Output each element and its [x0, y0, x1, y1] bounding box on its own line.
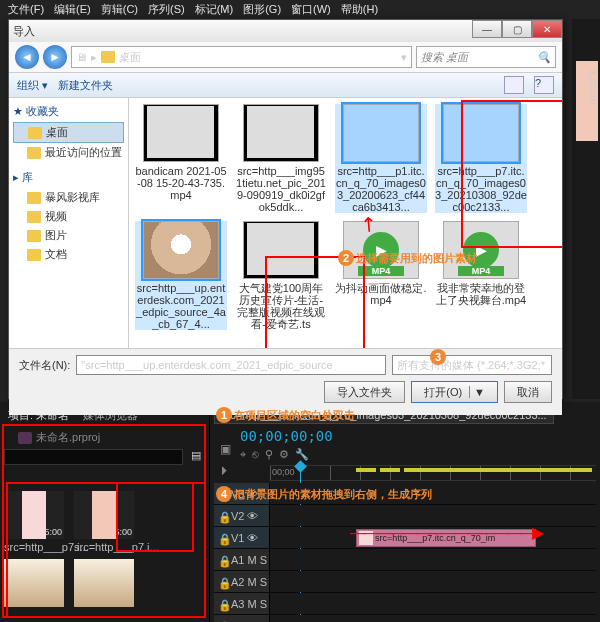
folder-icon: [27, 192, 41, 204]
file-item[interactable]: src=http___img951tietu.net_pic_2019-0909…: [235, 104, 327, 213]
audio-track[interactable]: 🔒A1MS: [214, 549, 596, 571]
dialog-toolbar: 组织 ▾ 新建文件夹 ?: [9, 72, 562, 98]
file-label: src=http___img951tietu.net_pic_2019-0909…: [235, 165, 327, 213]
import-folder-button[interactable]: 导入文件夹: [324, 381, 405, 403]
bin-item[interactable]: [4, 559, 68, 609]
bottom-panels: 项目: 未命名 媒体浏览器 未命名.prproj ▤ 5:00src=http_…: [0, 402, 600, 622]
audio-track[interactable]: 🔒A4MS: [214, 615, 596, 622]
import-dialog: 导入 — ▢ ✕ ◄ ► 🖥 ▸ 桌面 ▾ 搜索 桌面 🔍 组织 ▾ 新建文件夹…: [8, 19, 563, 399]
track-body[interactable]: [270, 571, 596, 592]
file-item[interactable]: ▶MP4我非常荣幸地的登上了央视舞台.mp4: [435, 221, 527, 330]
file-grid-area[interactable]: bandicam 2021-05-08 15-20-43-735.mp4src=…: [129, 98, 562, 348]
track-header[interactable]: 🔒A1MS: [214, 549, 270, 570]
snap-icon[interactable]: ⌖: [240, 448, 246, 461]
sidebar-documents[interactable]: 文档: [13, 245, 124, 264]
filter-select[interactable]: 所有支持的媒体 (*.264;*.3G2;*: [392, 355, 552, 375]
folder-icon: [27, 230, 41, 242]
organize-button[interactable]: 组织 ▾: [17, 78, 48, 93]
lock-icon[interactable]: 🔒: [218, 511, 228, 521]
sidebar-stormvideo[interactable]: 暴风影视库: [13, 188, 124, 207]
lock-icon[interactable]: 🔒: [218, 599, 228, 609]
track-header[interactable]: 🔒A3MS: [214, 593, 270, 614]
project-name: 未命名.prproj: [18, 430, 205, 445]
app-menubar[interactable]: 文件(F) 编辑(E) 剪辑(C) 序列(S) 标记(M) 图形(G) 窗口(W…: [0, 0, 600, 18]
lock-icon[interactable]: 🔒: [218, 555, 228, 565]
file-thumbnail: [343, 104, 419, 162]
view-mode-button[interactable]: [504, 76, 524, 94]
library-group[interactable]: ▸ 库: [13, 170, 124, 185]
file-label: 我非常荣幸地的登上了央视舞台.mp4: [435, 282, 527, 306]
menu-graphics[interactable]: 图形(G): [243, 2, 281, 16]
work-area-bar[interactable]: [356, 468, 592, 472]
timecode-display[interactable]: 00;00;00;00: [240, 428, 596, 444]
open-button[interactable]: 打开(O)▼: [411, 381, 498, 403]
lock-icon[interactable]: 🔒: [218, 533, 228, 543]
file-item[interactable]: ▶MP4为抖动画面做稳定.mp4: [335, 221, 427, 330]
project-search[interactable]: [4, 449, 183, 465]
file-item[interactable]: src=http___up.enterdesk.com_2021_edpic_s…: [135, 221, 227, 330]
file-thumbnail: [243, 104, 319, 162]
cancel-button[interactable]: 取消: [504, 381, 552, 403]
menu-sequence[interactable]: 序列(S): [148, 2, 185, 16]
file-item[interactable]: bandicam 2021-05-08 15-20-43-735.mp4: [135, 104, 227, 213]
maximize-button[interactable]: ▢: [502, 20, 532, 38]
newfolder-button[interactable]: 新建文件夹: [58, 78, 113, 93]
wrench-icon[interactable]: 🔧: [295, 448, 309, 461]
bin-thumbnail: 5:00: [4, 491, 64, 539]
bin-thumbnail: 5:00: [74, 491, 134, 539]
filter-icon[interactable]: ▤: [187, 449, 205, 465]
menu-edit[interactable]: 编辑(E): [54, 2, 91, 16]
file-item[interactable]: src=http___p7.itc.cn_q_70_images03_20210…: [435, 104, 527, 213]
time-ruler[interactable]: 00;00: [270, 465, 596, 481]
path-box[interactable]: 🖥 ▸ 桌面 ▾: [71, 46, 412, 68]
file-item[interactable]: 大气建党100周年历史宣传片-生活-完整版视频在线观看-爱奇艺.ts: [235, 221, 327, 330]
track-header[interactable]: 🔒A4MS: [214, 615, 270, 622]
menu-file[interactable]: 文件(F): [8, 2, 44, 16]
back-button[interactable]: ◄: [15, 45, 39, 69]
sidebar-recent[interactable]: 最近访问的位置: [13, 143, 124, 162]
strip-label: 3_20210: [588, 69, 598, 104]
annotation-2: 2选择需要用到的图片素材: [338, 250, 477, 266]
track-body[interactable]: [270, 593, 596, 614]
filename-input[interactable]: "src=http___up.enterdesk.com_2021_edpic_…: [76, 355, 386, 375]
menu-window[interactable]: 窗口(W): [291, 2, 331, 16]
bin-item[interactable]: 5:00src=http___p7.i...: [74, 491, 138, 553]
close-button[interactable]: ✕: [532, 20, 562, 38]
minimize-button[interactable]: —: [472, 20, 502, 38]
folder-icon: [28, 127, 42, 139]
file-thumbnail: [143, 221, 219, 279]
menu-help[interactable]: 帮助(H): [341, 2, 378, 16]
search-input[interactable]: 搜索 桌面 🔍: [416, 46, 556, 68]
file-label: bandicam 2021-05-08 15-20-43-735.mp4: [135, 165, 227, 201]
menu-clip[interactable]: 剪辑(C): [101, 2, 138, 16]
timeline-panel[interactable]: src=http___p7.itc.cn_q_70_images03_20210…: [210, 402, 600, 622]
filename-label: 文件名(N):: [19, 358, 70, 373]
sidebar-desktop[interactable]: 桌面: [13, 122, 124, 143]
favorites-group[interactable]: ★ 收藏夹: [13, 104, 124, 119]
track-body[interactable]: [270, 549, 596, 570]
track-header[interactable]: 🔒A2MS: [214, 571, 270, 592]
help-button[interactable]: ?: [534, 76, 554, 94]
dialog-titlebar: 导入 — ▢ ✕: [9, 20, 562, 42]
linked-selection-icon[interactable]: ⎋: [252, 448, 259, 461]
lock-icon[interactable]: 🔒: [218, 577, 228, 587]
bin-item[interactable]: 5:00src=http___p7.i...: [4, 491, 68, 553]
forward-button[interactable]: ►: [43, 45, 67, 69]
track-header[interactable]: 🔒V2👁: [214, 505, 270, 526]
bin-label: src=http___p7.i...: [74, 541, 138, 553]
sidebar-videos[interactable]: 视频: [13, 207, 124, 226]
search-icon: 🔍: [537, 51, 551, 64]
audio-track[interactable]: 🔒A3MS: [214, 593, 596, 615]
track-body[interactable]: [270, 615, 596, 622]
bin-item[interactable]: [74, 559, 138, 609]
project-panel[interactable]: 项目: 未命名 媒体浏览器 未命名.prproj ▤ 5:00src=http_…: [0, 402, 210, 622]
address-bar: ◄ ► 🖥 ▸ 桌面 ▾ 搜索 桌面 🔍: [9, 42, 562, 72]
bin-thumbnail: [74, 559, 134, 607]
sidebar-pictures[interactable]: 图片: [13, 226, 124, 245]
marker-icon[interactable]: ⚲: [265, 448, 273, 461]
audio-track[interactable]: 🔒A2MS: [214, 571, 596, 593]
settings-icon[interactable]: ⚙: [279, 448, 289, 461]
file-item[interactable]: src=http___p1.itc.cn_q_70_images03_20200…: [335, 104, 427, 213]
track-header[interactable]: 🔒V1👁: [214, 527, 270, 548]
menu-marker[interactable]: 标记(M): [195, 2, 234, 16]
